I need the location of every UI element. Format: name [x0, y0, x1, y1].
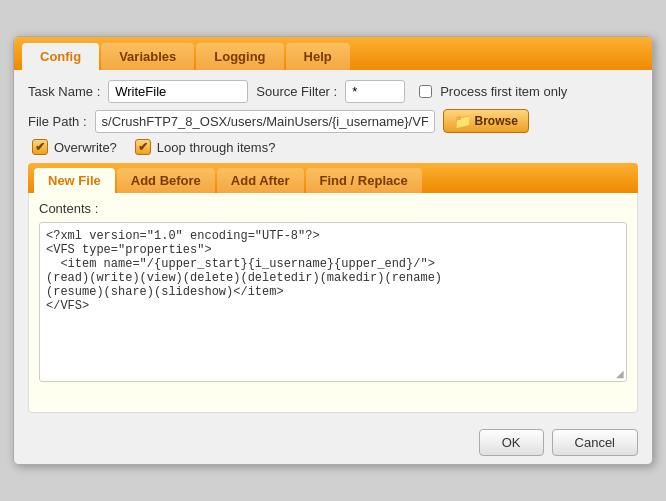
- resize-handle: ◢: [616, 368, 624, 379]
- folder-icon: 📁: [454, 113, 471, 129]
- task-name-label: Task Name :: [28, 84, 100, 99]
- tab-help[interactable]: Help: [286, 43, 350, 70]
- loop-checkbox[interactable]: ✔: [135, 139, 151, 155]
- ok-button[interactable]: OK: [479, 429, 544, 456]
- tab-find-replace[interactable]: Find / Replace: [306, 168, 422, 193]
- tab-logging[interactable]: Logging: [196, 43, 283, 70]
- overwrite-checkbox-item: ✔ Overwrite?: [32, 139, 117, 155]
- loop-checkbox-item: ✔ Loop through items?: [135, 139, 276, 155]
- checkbox-row: ✔ Overwrite? ✔ Loop through items?: [28, 139, 638, 155]
- content-panel: Contents : <?xml version="1.0" encoding=…: [28, 193, 638, 413]
- overwrite-checkmark: ✔: [35, 140, 45, 154]
- main-dialog: Config Variables Logging Help Task Name …: [13, 36, 653, 465]
- process-first-label: Process first item only: [440, 84, 567, 99]
- tab-config[interactable]: Config: [22, 43, 99, 70]
- form-area: Task Name : Source Filter : Process firs…: [14, 70, 652, 421]
- xml-editor-box: <?xml version="1.0" encoding="UTF-8"?> <…: [39, 222, 627, 382]
- top-tab-bar: Config Variables Logging Help: [14, 37, 652, 70]
- file-path-input[interactable]: [95, 110, 435, 133]
- tab-add-before[interactable]: Add Before: [117, 168, 215, 193]
- footer: OK Cancel: [14, 421, 652, 464]
- browse-label: Browse: [475, 114, 518, 128]
- tab-new-file[interactable]: New File: [34, 168, 115, 193]
- loop-checkmark: ✔: [138, 140, 148, 154]
- inner-tab-bar: New File Add Before Add After Find / Rep…: [28, 163, 638, 193]
- tab-add-after[interactable]: Add After: [217, 168, 304, 193]
- tab-variables[interactable]: Variables: [101, 43, 194, 70]
- loop-label: Loop through items?: [157, 140, 276, 155]
- process-first-checkbox[interactable]: [419, 85, 432, 98]
- xml-content-textarea[interactable]: <?xml version="1.0" encoding="UTF-8"?> <…: [40, 223, 626, 378]
- inner-tab-container: New File Add Before Add After Find / Rep…: [28, 163, 638, 413]
- contents-label: Contents :: [39, 201, 627, 216]
- source-filter-label: Source Filter :: [256, 84, 337, 99]
- overwrite-checkbox[interactable]: ✔: [32, 139, 48, 155]
- task-name-input[interactable]: [108, 80, 248, 103]
- file-path-row: File Path : 📁 Browse: [28, 109, 638, 133]
- overwrite-label: Overwrite?: [54, 140, 117, 155]
- source-filter-input[interactable]: [345, 80, 405, 103]
- cancel-button[interactable]: Cancel: [552, 429, 638, 456]
- browse-button[interactable]: 📁 Browse: [443, 109, 529, 133]
- task-name-row: Task Name : Source Filter : Process firs…: [28, 80, 638, 103]
- file-path-label: File Path :: [28, 114, 87, 129]
